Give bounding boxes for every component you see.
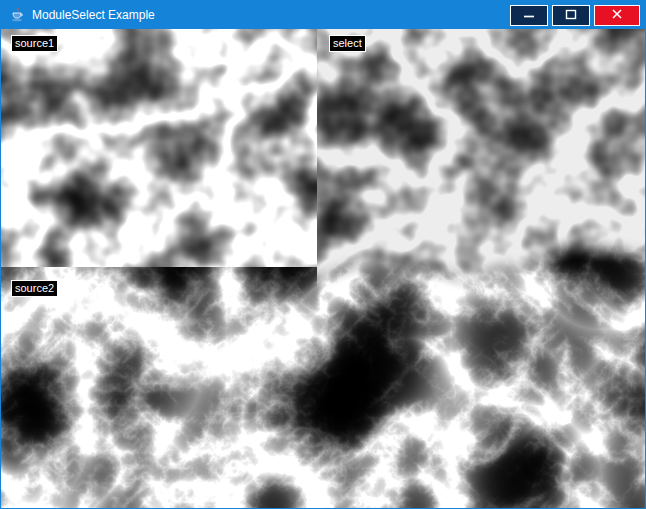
close-button[interactable] xyxy=(594,5,640,26)
label-select: select xyxy=(329,35,366,52)
app-window: ModuleSelect Example source1 se xyxy=(0,0,646,509)
titlebar[interactable]: ModuleSelect Example xyxy=(1,1,645,29)
source2-noise-canvas xyxy=(1,267,317,508)
label-source1: source1 xyxy=(11,35,58,52)
maximize-button[interactable] xyxy=(552,5,590,26)
window-title: ModuleSelect Example xyxy=(32,1,510,29)
close-icon xyxy=(611,8,623,23)
source1-noise-canvas xyxy=(1,29,317,267)
java-cup-icon xyxy=(9,7,25,23)
minimize-button[interactable] xyxy=(510,5,548,26)
window-controls xyxy=(510,5,645,26)
label-source2: source2 xyxy=(11,280,58,297)
minimize-icon xyxy=(523,8,535,23)
render-area: source1 select source2 xyxy=(1,29,645,508)
maximize-icon xyxy=(565,8,577,23)
